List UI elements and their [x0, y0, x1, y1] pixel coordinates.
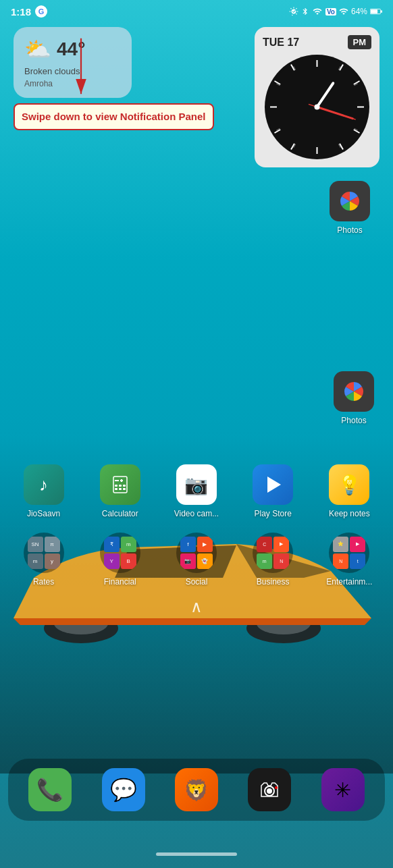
- apps-row-1: ♪ JioSaavn Calculator 📷 Video ca: [0, 464, 393, 518]
- playstore-label: Play Store: [254, 509, 291, 518]
- svg-rect-43: [123, 488, 126, 490]
- photos-app-positioned[interactable]: Photos: [334, 371, 374, 425]
- app-videocam[interactable]: 📷 Video cam...: [169, 464, 224, 518]
- messages-icon: 💬: [102, 768, 145, 811]
- svg-rect-40: [123, 485, 126, 487]
- bluetooth-icon: [301, 7, 309, 16]
- app-keepnotes[interactable]: 💡 Keep notes: [322, 464, 376, 518]
- widgets-area: ⛅ 44° Broken clouds Amroha Swipe down to…: [0, 20, 393, 167]
- clock-face: [265, 55, 369, 159]
- status-bar: 1:18 G Vo 64%: [0, 0, 393, 20]
- photos-icon-2: [334, 371, 374, 412]
- keepnotes-icon: 💡: [329, 464, 369, 505]
- folder-entertainment[interactable]: ⭐ ▶ N t Entertainm...: [322, 533, 376, 587]
- social-label: Social: [186, 577, 208, 587]
- photos-icon: [330, 181, 370, 221]
- svg-point-29: [315, 105, 320, 110]
- svg-rect-42: [119, 488, 122, 490]
- app5-icon: ✳: [321, 768, 365, 811]
- folder-financial[interactable]: ₹ m Y B Financial: [93, 533, 147, 587]
- photos-row: Photos: [11, 181, 382, 235]
- clock-meridiem: PM: [348, 35, 372, 49]
- dock-phone[interactable]: 📞: [28, 768, 72, 811]
- status-left: 1:18 G: [11, 5, 47, 18]
- apps-section: Photos: [0, 181, 393, 235]
- photos-label-2: Photos: [341, 416, 366, 425]
- photos-label: Photos: [337, 225, 362, 235]
- svg-point-47: [275, 786, 278, 789]
- videocam-icon: 📷: [176, 464, 217, 505]
- rates-label: Rates: [33, 577, 54, 587]
- keepnotes-label: Keep notes: [329, 509, 370, 518]
- dock-camera[interactable]: [248, 768, 291, 811]
- calculator-label: Calculator: [102, 509, 138, 518]
- svg-rect-41: [115, 488, 117, 490]
- google-g-icon[interactable]: G: [35, 5, 47, 18]
- battery-percent: 64%: [351, 7, 367, 16]
- calculator-svg: [109, 474, 131, 495]
- dock-brave[interactable]: 🦁: [175, 768, 218, 811]
- phone-icon: 📞: [28, 768, 72, 811]
- entertainment-folder-icon: ⭐ ▶ N t: [329, 533, 369, 573]
- clock-svg: [265, 55, 369, 159]
- svg-rect-1: [381, 10, 382, 13]
- playstore-icon: [253, 464, 293, 505]
- alarm-icon: [289, 7, 298, 16]
- wifi-icon: [312, 7, 323, 16]
- financial-folder-icon: ₹ m Y B: [100, 533, 140, 573]
- entertainment-label: Entertainm...: [326, 577, 372, 587]
- app-photos[interactable]: Photos: [323, 181, 377, 235]
- dock: 📞 💬 🦁 ✳: [8, 759, 385, 821]
- camera-svg: [257, 778, 282, 802]
- svg-rect-38: [115, 485, 117, 487]
- photos-pinwheel-2: [342, 379, 366, 404]
- app-calculator[interactable]: Calculator: [93, 464, 147, 518]
- folders-row: SN π m y Rates ₹ m Y B Financial f ▶ 📷 👻…: [0, 533, 393, 587]
- swipe-notification-label: Swipe down to view Notification Panel: [14, 103, 214, 130]
- svg-point-46: [267, 788, 272, 794]
- business-folder-icon: C ▶ m N: [253, 533, 293, 573]
- dock-app5[interactable]: ✳: [321, 768, 365, 811]
- videocam-label: Video cam...: [174, 509, 219, 518]
- signal-icon: [339, 7, 348, 16]
- swipe-annotation: Swipe down to view Notification Panel: [14, 103, 214, 130]
- battery-icon: [370, 7, 382, 16]
- clock-header: TUE 17 PM: [263, 35, 371, 49]
- rates-folder-icon: SN π m y: [24, 533, 64, 573]
- business-label: Business: [257, 577, 290, 587]
- folder-business[interactable]: C ▶ m N Business: [246, 533, 300, 587]
- photos-pinwheel-svg: [338, 189, 362, 213]
- status-time: 1:18: [11, 6, 31, 18]
- status-right: Vo 64%: [289, 7, 382, 16]
- social-folder-icon: f ▶ 📷 👻: [176, 533, 217, 573]
- drawer-handle[interactable]: ∧: [0, 587, 393, 622]
- swipe-down-arrow: [54, 36, 108, 97]
- svg-rect-39: [119, 485, 122, 487]
- financial-label: Financial: [104, 577, 136, 587]
- svg-rect-2: [371, 9, 377, 13]
- jiosaavn-label: JioSaavn: [27, 509, 60, 518]
- folder-rates[interactable]: SN π m y Rates: [17, 533, 71, 587]
- app-playstore[interactable]: Play Store: [246, 464, 300, 518]
- jiosaavn-icon: ♪: [24, 464, 64, 505]
- home-indicator: [156, 852, 237, 856]
- folder-social[interactable]: f ▶ 📷 👻 Social: [169, 533, 224, 587]
- calculator-icon: [100, 464, 140, 505]
- camera-icon: [248, 768, 291, 811]
- svg-marker-44: [267, 477, 281, 493]
- dock-messages[interactable]: 💬: [102, 768, 145, 811]
- clock-date: TUE 17: [263, 36, 299, 49]
- drawer-up-arrow: ∧: [190, 597, 203, 616]
- brave-icon: 🦁: [175, 768, 218, 811]
- app-jiosaavn[interactable]: ♪ JioSaavn: [17, 464, 71, 518]
- clock-widget[interactable]: TUE 17 PM: [255, 27, 379, 167]
- playstore-svg: [262, 474, 284, 495]
- volte-badge: Vo: [325, 8, 336, 16]
- weather-cloud-icon: ⛅: [24, 36, 51, 62]
